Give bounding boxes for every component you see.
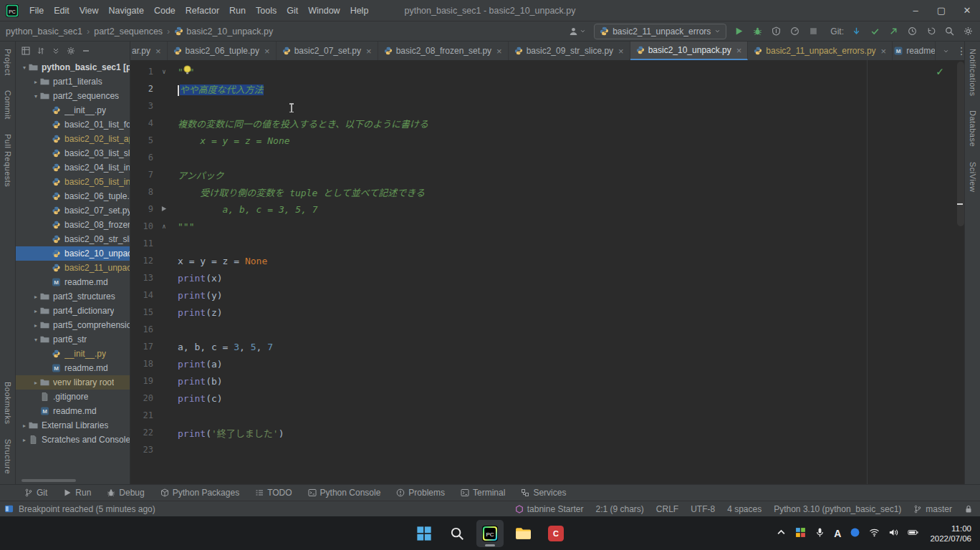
tree-chevron-icon[interactable]: ▸: [32, 308, 40, 314]
maximize-button[interactable]: ▢: [928, 0, 954, 21]
line-number[interactable]: 6: [130, 153, 156, 163]
tool-strip-item-commit[interactable]: Commit: [4, 83, 12, 127]
project-hscrollbar[interactable]: [21, 479, 76, 482]
editor-tab[interactable]: basic2_07_set.py×: [277, 42, 378, 60]
tree-item[interactable]: basic2_08_frozen_set.p: [16, 218, 130, 232]
indent-widget[interactable]: 4 spaces: [727, 504, 762, 514]
line-number[interactable]: 5: [130, 135, 156, 145]
line-number[interactable]: 14: [130, 290, 156, 300]
menu-window[interactable]: Window: [303, 0, 345, 21]
toolwindow-run[interactable]: Run: [63, 488, 91, 498]
line-number[interactable]: 9: [130, 204, 156, 214]
code-line[interactable]: 14print(y): [130, 286, 964, 304]
menu-tools[interactable]: Tools: [251, 0, 282, 21]
editor-tab[interactable]: basic2_11_unpack_errors.py×: [748, 42, 893, 60]
line-number[interactable]: 21: [130, 410, 156, 420]
tree-chevron-icon[interactable]: ▸: [32, 380, 40, 386]
tree-item[interactable]: basic2_02_list_append.: [16, 132, 130, 146]
code-line[interactable]: 10∧""": [130, 218, 964, 235]
swap-icon[interactable]: [37, 47, 45, 55]
settings-button[interactable]: [962, 25, 974, 37]
commit-button[interactable]: [869, 25, 881, 37]
caret-position-widget[interactable]: 2:1 (9 chars): [595, 504, 643, 514]
taskbar-search-button[interactable]: [443, 520, 471, 547]
start-button[interactable]: [410, 520, 438, 547]
tree-chevron-icon[interactable]: ▸: [20, 423, 29, 429]
tree-item[interactable]: __init__.py: [16, 347, 130, 361]
tree-chevron-icon[interactable]: ▾: [32, 93, 40, 100]
tool-strip-item-pull-requests[interactable]: Pull Requests: [4, 127, 12, 194]
volume-tray-button[interactable]: [888, 527, 899, 540]
line-number[interactable]: 2: [130, 84, 156, 94]
tree-item[interactable]: basic2_04_list_in_list.p: [16, 160, 130, 175]
line-number[interactable]: 18: [130, 359, 156, 369]
toolwindow-debug[interactable]: Debug: [107, 488, 144, 498]
tab-close-icon[interactable]: ×: [155, 46, 161, 57]
code-line[interactable]: 16: [130, 321, 964, 338]
tree-item[interactable]: basic2_11_unpack_erro: [16, 261, 130, 275]
menu-file[interactable]: File: [24, 0, 49, 21]
grid-icon[interactable]: [21, 47, 30, 55]
git-branch-widget[interactable]: master: [913, 504, 952, 514]
tab-close-icon[interactable]: ×: [264, 46, 270, 57]
tool-strip-item-notifications[interactable]: Notifications: [969, 42, 977, 103]
run-button[interactable]: [733, 25, 745, 37]
breadcrumb-item[interactable]: python_basic_sec1: [6, 26, 82, 37]
tab-close-icon[interactable]: ×: [881, 46, 887, 57]
code-line[interactable]: 11: [130, 235, 964, 252]
toolwindow-services[interactable]: Services: [521, 488, 566, 498]
breadcrumb-item[interactable]: basic2_10_unpack.py: [174, 26, 273, 37]
push-button[interactable]: [888, 25, 900, 37]
menu-run[interactable]: Run: [224, 0, 251, 21]
code-line[interactable]: 22print('終了しました'): [130, 424, 964, 441]
search-everywhere-button[interactable]: [943, 25, 956, 37]
toolwindow-git[interactable]: Git: [24, 488, 47, 498]
line-number[interactable]: 3: [130, 101, 156, 111]
tree-item[interactable]: Mreadme.md: [16, 361, 130, 375]
tool-strip-item-project[interactable]: Project: [4, 42, 12, 83]
toolwindow-todo[interactable]: TODO: [255, 488, 292, 498]
status-left[interactable]: Breakpoint reached (5 minutes ago): [4, 504, 155, 514]
line-number[interactable]: 19: [130, 376, 156, 386]
code-line[interactable]: 3: [130, 97, 964, 115]
gear-icon[interactable]: [67, 47, 75, 55]
line-number[interactable]: 7: [130, 170, 156, 180]
code-line[interactable]: 21: [130, 407, 964, 424]
tree-item[interactable]: basic2_10_unpack.py: [16, 246, 130, 261]
tool-strip-item-structure[interactable]: Structure: [4, 432, 12, 481]
line-number[interactable]: 10: [130, 221, 156, 231]
rollback-button[interactable]: [925, 25, 937, 37]
toolwindow-python-console[interactable]: Python Console: [308, 488, 381, 498]
chevron-up-tray-button[interactable]: [776, 527, 787, 540]
code-line[interactable]: 2やや高度な代入方法: [130, 80, 964, 97]
line-number[interactable]: 11: [130, 238, 156, 249]
code-line[interactable]: 5 x = y = z = None: [130, 132, 964, 149]
pycharm-app-button[interactable]: PC: [476, 520, 504, 547]
line-number[interactable]: 15: [130, 307, 156, 317]
tree-item[interactable]: .gitignore: [16, 390, 130, 404]
tree-item[interactable]: Mreadme.md: [16, 404, 130, 418]
minimize-button[interactable]: –: [903, 0, 928, 21]
collapse-icon[interactable]: [52, 47, 60, 55]
tree-item[interactable]: basic2_06_tuple.py: [16, 189, 130, 203]
editor-tab[interactable]: Mreadme.n: [893, 42, 936, 60]
taskbar-clock[interactable]: 11:00 2022/07/06: [930, 524, 971, 544]
hide-icon[interactable]: [82, 47, 90, 55]
breadcrumb-item[interactable]: part2_sequences: [94, 26, 163, 37]
intention-bulb-icon[interactable]: [182, 64, 193, 75]
code-line[interactable]: 15print(z): [130, 304, 964, 321]
editor-tab[interactable]: basic2_08_frozen_set.py×: [378, 42, 509, 60]
menu-edit[interactable]: Edit: [49, 0, 75, 21]
editor-tab[interactable]: basic2_09_str_slice.py×: [509, 42, 630, 60]
stop-button[interactable]: [807, 25, 820, 37]
line-number[interactable]: 13: [130, 273, 156, 283]
interpreter-widget[interactable]: Python 3.10 (python_basic_sec1): [774, 504, 901, 514]
menu-help[interactable]: Help: [345, 0, 374, 21]
tab-close-icon[interactable]: ×: [496, 46, 502, 57]
hidden-tabs-chevron-icon[interactable]: [943, 48, 949, 54]
line-separator-widget[interactable]: CRLF: [656, 504, 678, 514]
tree-chevron-icon[interactable]: ▾: [32, 337, 40, 343]
code-line[interactable]: 1∨""": [130, 63, 964, 80]
toolwindow-terminal[interactable]: Terminal: [461, 488, 505, 498]
code-editor[interactable]: 1∨"""2やや高度な代入方法34複数の変数に同一の値を投入するとき、以下のよう…: [130, 60, 964, 484]
